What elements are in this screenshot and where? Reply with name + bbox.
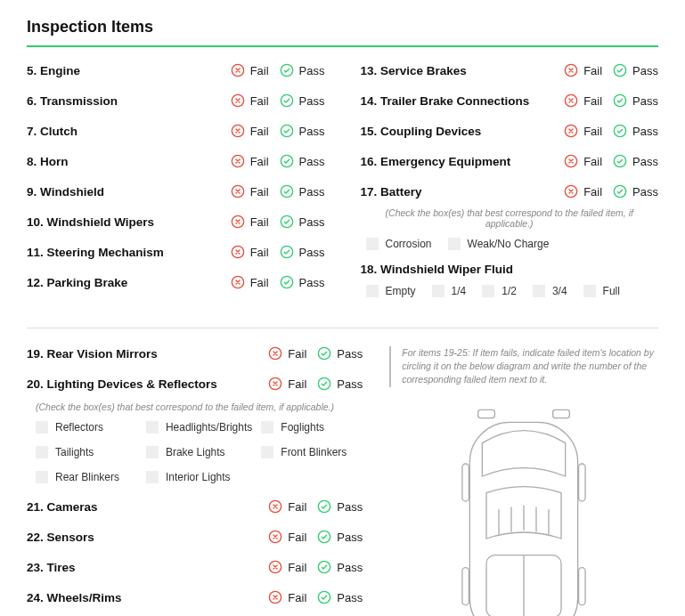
item-label: 21. Cameras [27, 500, 257, 514]
checkbox-label: Interior Lights [166, 471, 231, 483]
item-label: 16. Emergency Equipment [361, 155, 554, 168]
pass-option[interactable]: Pass [280, 63, 325, 77]
x-circle-icon [268, 590, 282, 604]
item-label: 6. Transmission [27, 94, 220, 108]
pass-option[interactable]: Pass [317, 499, 363, 514]
fail-option[interactable]: Fail [268, 530, 306, 544]
checkbox-icon [482, 285, 494, 297]
x-circle-icon [231, 154, 245, 168]
checkbox-option[interactable]: Interior Lights [146, 471, 252, 483]
pass-label: Pass [632, 155, 658, 168]
pass-option[interactable]: Pass [280, 154, 325, 168]
fail-option[interactable]: Fail [564, 63, 602, 77]
fail-option[interactable]: Fail [231, 245, 269, 259]
fail-option[interactable]: Fail [231, 215, 269, 229]
fail-option[interactable]: Fail [231, 124, 269, 138]
checkbox-option[interactable]: Front Blinkers [261, 446, 363, 458]
checkbox-option[interactable]: Full [583, 285, 620, 297]
fail-option[interactable]: Fail [268, 560, 306, 574]
pass-label: Pass [337, 377, 363, 391]
checkbox-option[interactable]: Foglights [261, 421, 363, 434]
diagram-note: For items 19-25: If item fails, indicate… [389, 346, 658, 387]
check-circle-icon [280, 63, 294, 77]
pass-option[interactable]: Pass [280, 215, 325, 229]
checkbox-option[interactable]: Empty [366, 285, 416, 297]
pass-option[interactable]: Pass [613, 63, 658, 77]
inspection-row: 19. Rear Vision Mirrors Fail Pass [27, 346, 363, 361]
pass-option[interactable]: Pass [317, 346, 363, 361]
pass-option[interactable]: Pass [317, 590, 363, 604]
fail-option[interactable]: Fail [231, 93, 269, 108]
fail-option[interactable]: Fail [564, 124, 602, 138]
lighting-note: (Check the box(es) that best correspond … [36, 401, 363, 412]
pass-option[interactable]: Pass [317, 530, 363, 544]
item-label: 20. Lighting Devices & Reflectors [27, 377, 257, 391]
fail-label: Fail [250, 64, 269, 77]
checkbox-label: Full [603, 285, 620, 297]
pass-option[interactable]: Pass [280, 93, 325, 108]
pass-option[interactable]: Pass [613, 124, 658, 138]
pass-label: Pass [337, 500, 363, 514]
checkbox-option[interactable]: 1/4 [432, 285, 467, 297]
pass-label: Pass [299, 246, 325, 259]
checkbox-label: Brake Lights [166, 446, 225, 458]
checkbox-option[interactable]: Corrosion [366, 238, 432, 250]
lighting-checks: Reflectors Headlights/Brights Foglights … [36, 421, 363, 483]
pass-option[interactable]: Pass [613, 93, 658, 108]
pass-label: Pass [299, 185, 325, 199]
x-circle-icon [268, 530, 282, 544]
checkbox-option[interactable]: Tailights [36, 446, 137, 458]
check-circle-icon [317, 499, 331, 514]
pass-option[interactable]: Pass [280, 184, 325, 199]
checkbox-option[interactable]: Brake Lights [146, 446, 252, 458]
x-circle-icon [231, 275, 245, 289]
fail-option[interactable]: Fail [268, 590, 306, 604]
checkbox-option[interactable]: Headlights/Brights [146, 421, 252, 434]
pass-option[interactable]: Pass [317, 560, 363, 574]
fail-label: Fail [250, 125, 269, 138]
fail-option[interactable]: Fail [268, 499, 306, 514]
inspection-row: 7. Clutch Fail Pass [27, 124, 325, 138]
fail-option[interactable]: Fail [268, 346, 306, 361]
fail-label: Fail [583, 125, 602, 138]
checkbox-option[interactable]: Reflectors [36, 421, 137, 434]
checkbox-label: Rear Blinkers [55, 471, 119, 483]
checkbox-option[interactable]: Rear Blinkers [36, 471, 137, 483]
fail-option[interactable]: Fail [564, 184, 602, 199]
fail-option[interactable]: Fail [231, 63, 269, 77]
inspection-row: 24. Wheels/Rims Fail Pass [27, 590, 363, 604]
pass-label: Pass [337, 591, 363, 604]
pass-label: Pass [299, 64, 325, 77]
checkbox-label: Weak/No Charge [468, 238, 550, 250]
pass-label: Pass [632, 185, 658, 199]
pass-option[interactable]: Pass [613, 154, 658, 168]
pass-option[interactable]: Pass [280, 124, 325, 138]
fail-option[interactable]: Fail [268, 377, 306, 391]
pass-label: Pass [632, 125, 658, 138]
checkbox-label: 1/4 [452, 285, 467, 297]
inspection-row: 12. Parking Brake Fail Pass [27, 275, 325, 289]
checkbox-label: Tailights [55, 446, 94, 458]
pass-option[interactable]: Pass [613, 184, 658, 199]
pass-option[interactable]: Pass [280, 275, 325, 289]
checkbox-icon [261, 446, 273, 458]
fail-option[interactable]: Fail [231, 154, 269, 168]
checkbox-option[interactable]: 3/4 [533, 285, 567, 297]
x-circle-icon [231, 93, 245, 108]
fail-label: Fail [288, 500, 306, 514]
check-circle-icon [613, 184, 627, 199]
item-label: 11. Steering Mechanism [27, 246, 220, 259]
pass-label: Pass [299, 125, 325, 138]
item-label: 17. Battery [361, 185, 554, 199]
pass-option[interactable]: Pass [280, 245, 325, 259]
fail-option[interactable]: Fail [231, 184, 269, 199]
fail-option[interactable]: Fail [231, 275, 269, 289]
fail-label: Fail [250, 94, 269, 108]
check-circle-icon [280, 245, 294, 259]
fail-option[interactable]: Fail [564, 154, 602, 168]
checkbox-option[interactable]: 1/2 [482, 285, 517, 297]
fail-option[interactable]: Fail [564, 93, 602, 108]
checkbox-icon [146, 471, 159, 483]
checkbox-option[interactable]: Weak/No Charge [448, 238, 550, 250]
pass-option[interactable]: Pass [317, 377, 363, 391]
